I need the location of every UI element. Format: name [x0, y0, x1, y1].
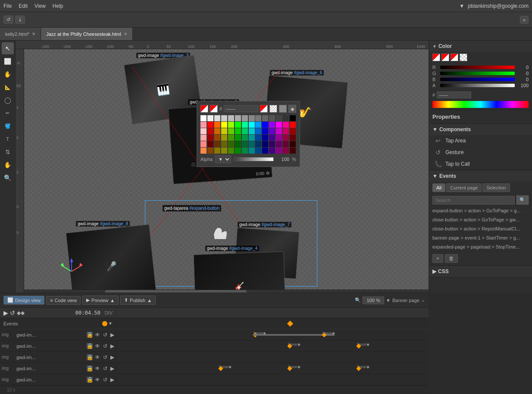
color-cell-v1[interactable] — [269, 122, 275, 128]
swatch-redwhite[interactable] — [432, 54, 440, 61]
tl-track-4[interactable]: linear◆ linear◆ linear◆ — [116, 363, 429, 374]
color-cell-pur1[interactable] — [269, 148, 275, 154]
color-cell-b2[interactable] — [262, 122, 268, 128]
color-cell-cdark1[interactable] — [242, 135, 248, 141]
menu-edit[interactable]: Edit — [19, 3, 28, 9]
color-cell-ym1[interactable] — [221, 141, 227, 147]
color-cell-gray11[interactable] — [276, 115, 282, 121]
tl-undo-1[interactable]: ↺ — [102, 332, 108, 338]
picker-icon-dark[interactable]: ◉ — [288, 105, 296, 113]
color-cell-cdark2[interactable] — [249, 135, 255, 141]
swatch-transparent[interactable] — [460, 54, 467, 61]
color-cell-ora1[interactable] — [200, 148, 207, 154]
color-cell-cd1[interactable] — [242, 128, 248, 134]
color-cell-cra1[interactable] — [283, 148, 289, 154]
tl-lock-4[interactable]: 🔒 — [87, 366, 93, 372]
tl-undo-4[interactable]: ↺ — [102, 366, 108, 372]
link-expand-button[interactable]: #expand-button — [189, 206, 219, 211]
swatch-redwhite2[interactable] — [441, 54, 449, 61]
link-gwd-image-7[interactable]: #gwd-image_7 — [262, 222, 290, 227]
tool-pan[interactable]: ✋ — [2, 68, 14, 80]
color-cell-p1[interactable] — [276, 122, 282, 128]
publish-button[interactable]: ⬆ Publish ▲ — [120, 296, 156, 305]
tl-lock-1[interactable]: 🔒 — [87, 332, 93, 338]
tl-undo-3[interactable]: ↺ — [102, 354, 108, 360]
tl-track-3[interactable] — [116, 352, 429, 362]
color-cell-bm1[interactable] — [255, 141, 261, 147]
color-cell-nvy1[interactable] — [255, 148, 261, 154]
color-cell-r2[interactable] — [207, 122, 213, 128]
components-panel-header[interactable]: ▼ Components — [429, 124, 532, 135]
code-view-button[interactable]: ≡ Code view — [46, 296, 81, 305]
canvas-image-4[interactable]: 🎸 — [193, 251, 286, 293]
tool-zoom[interactable]: 🔍 — [2, 172, 14, 184]
swatch-redwhite3[interactable] — [451, 54, 458, 61]
tool-pen[interactable]: ✏ — [2, 107, 14, 119]
color-cell-gray7[interactable] — [249, 115, 255, 121]
tab-jazz-close[interactable]: ✕ — [124, 32, 127, 36]
color-cell-pm2[interactable] — [283, 141, 289, 147]
color-cell-mag1[interactable] — [276, 148, 282, 154]
tool-fill[interactable]: 🪣 — [2, 120, 14, 132]
tool-circle[interactable]: ◯ — [2, 94, 14, 106]
color-cell-gm1[interactable] — [228, 141, 234, 147]
color-cell-gray12[interactable] — [283, 115, 289, 121]
color-cell-c2[interactable] — [249, 122, 255, 128]
color-gradient-bar[interactable] — [432, 101, 529, 108]
channel-b-bar[interactable] — [440, 78, 515, 81]
alpha-select[interactable]: ▼ — [215, 155, 231, 163]
menu-file[interactable]: File — [3, 3, 12, 9]
tab-kelly2[interactable]: kelly2.html* ✕ — [0, 28, 41, 40]
link-gwd-image-4[interactable]: #gwd-image_4 — [229, 246, 258, 251]
color-cell-r3[interactable] — [290, 122, 296, 128]
color-cell-bdark2[interactable] — [262, 135, 268, 141]
color-cell-white[interactable] — [200, 115, 207, 121]
color-cell-gray1[interactable] — [207, 115, 213, 121]
zoom-input[interactable] — [363, 296, 384, 304]
color-cell-rdark[interactable] — [207, 135, 213, 141]
color-cell-cm1[interactable] — [242, 141, 248, 147]
color-cell-od1[interactable] — [214, 128, 220, 134]
color-cell-gray4[interactable] — [228, 115, 234, 121]
color-cell-gray3[interactable] — [221, 115, 227, 121]
tool-shape[interactable]: ⬜ — [2, 55, 14, 67]
tl-track-1[interactable]: linear◆ linear◆ — [116, 329, 429, 340]
color-cell-pd1[interactable] — [276, 128, 282, 134]
color-cell-om1[interactable] — [214, 141, 220, 147]
tl-eye-2[interactable]: 👁 — [94, 343, 100, 349]
color-cell-bd2[interactable] — [262, 128, 268, 134]
color-cell-gdark2[interactable] — [235, 135, 241, 141]
tl-expand-3[interactable]: ▶ — [110, 354, 114, 360]
color-cell-bdark1[interactable] — [255, 135, 261, 141]
timeline-keyframe-button[interactable]: ◆◆ — [17, 310, 25, 316]
color-cell-gd2[interactable] — [235, 128, 241, 134]
tl-eye-5[interactable]: 👁 — [94, 377, 100, 383]
color-cell-cd2[interactable] — [249, 128, 255, 134]
more-button[interactable]: » — [520, 16, 529, 24]
color-cell-vdark1[interactable] — [269, 135, 275, 141]
color-cell-y1[interactable] — [221, 122, 227, 128]
tab-jazz[interactable]: Jazz at the Philly Cheesesteak.html ✕ — [41, 28, 133, 40]
color-cell-ydark[interactable] — [221, 135, 227, 141]
channel-r-bar[interactable] — [440, 66, 515, 69]
tl-track-2[interactable]: linear◆ linear◆ — [116, 340, 429, 351]
tl-expand-5[interactable]: ▶ — [110, 377, 114, 383]
tl-lock-5[interactable]: 🔒 — [87, 377, 93, 383]
timeline-loop-button[interactable]: ↺ — [10, 309, 15, 316]
event-item-3[interactable]: close-button > action > ReportManualCl..… — [429, 224, 532, 233]
events-delete-button[interactable]: 🗑 — [445, 254, 458, 263]
menu-view[interactable]: View — [34, 3, 46, 9]
event-item-1[interactable]: expand-button > action > GoToPage > g... — [429, 206, 532, 215]
event-item-2[interactable]: close-button > action > GoToPage > gw... — [429, 215, 532, 224]
color-cell-oli1[interactable] — [214, 148, 220, 154]
color-cell-cm2[interactable] — [249, 141, 255, 147]
picker-hex-input[interactable] — [224, 105, 258, 112]
tool-select[interactable]: ↖ — [2, 42, 14, 54]
tl-eye-3[interactable]: 👁 — [94, 354, 100, 360]
color-cell-g1[interactable] — [228, 122, 234, 128]
color-cell-rdarkest[interactable] — [290, 141, 296, 147]
color-cell-r1[interactable] — [200, 122, 207, 128]
color-cell-rp1[interactable] — [200, 128, 207, 134]
preview-button[interactable]: ▶ Preview ▲ — [82, 296, 119, 305]
color-cell-gdark1[interactable] — [228, 135, 234, 141]
